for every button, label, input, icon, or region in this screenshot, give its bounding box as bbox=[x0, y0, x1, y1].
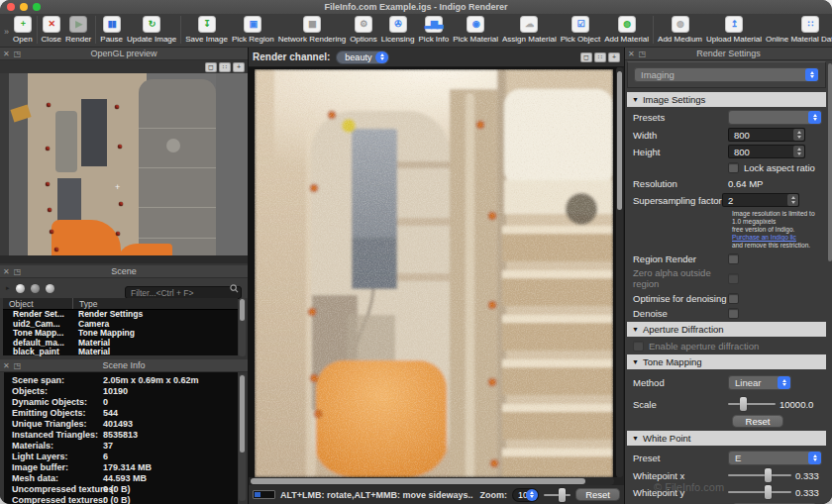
scene-scrollbar-thumb[interactable] bbox=[240, 299, 245, 321]
whitepoint-x-slider-handle[interactable] bbox=[765, 468, 772, 482]
height-spinner[interactable]: 800 bbox=[728, 145, 805, 158]
zoom-slider-handle[interactable] bbox=[559, 488, 566, 502]
supersampling-spinner[interactable]: 2 bbox=[722, 193, 799, 207]
preview-shape bbox=[9, 73, 28, 263]
close-panel-icon[interactable]: ✕ bbox=[3, 268, 10, 276]
whitepoint-x-slider[interactable] bbox=[728, 468, 791, 482]
detach-panel-icon[interactable]: ◳ bbox=[14, 50, 22, 58]
scale-slider-handle[interactable] bbox=[740, 397, 747, 411]
render-channel-bar: Render channel: beauty ◻ ∷ + bbox=[249, 48, 624, 67]
column-header-object[interactable]: Object bbox=[3, 298, 72, 309]
toolbar-button[interactable]: ↻ Update Image bbox=[125, 16, 178, 44]
detach-panel-icon[interactable]: ◳ bbox=[14, 362, 22, 370]
zoom-spinner[interactable]: 100 bbox=[512, 488, 538, 502]
render-vertical-scrollbar-thumb[interactable] bbox=[617, 71, 622, 210]
render-channel-select[interactable]: beauty bbox=[336, 50, 389, 64]
toolbar-button[interactable]: ▣ Pick Region bbox=[230, 16, 276, 44]
width-spinner[interactable]: 800 bbox=[728, 128, 805, 142]
preview-zoom-in-button[interactable]: + bbox=[233, 62, 245, 72]
toolbar-overflow-icon[interactable]: » bbox=[4, 27, 11, 37]
detach-panel-icon[interactable]: ◳ bbox=[14, 268, 22, 276]
column-header-type[interactable]: Type bbox=[72, 298, 238, 309]
scale-slider[interactable] bbox=[728, 397, 776, 411]
toolbar-button[interactable]: ∷ Online Material Database bbox=[764, 16, 832, 44]
settings-scrollbar[interactable] bbox=[828, 63, 832, 261]
section-aperture-diffraction[interactable]: ▼ Aperture Diffraction bbox=[627, 322, 826, 337]
render-fit-button[interactable]: ∷ bbox=[594, 52, 606, 62]
toolbar-button[interactable]: ◉ Pick Material bbox=[451, 16, 500, 44]
lock-aspect-ratio-checkbox[interactable] bbox=[728, 162, 739, 173]
scene-info-row: Objects: 10190 bbox=[4, 386, 238, 397]
whitepoint-y-slider[interactable] bbox=[728, 485, 791, 499]
purchase-license-link[interactable]: Purchase an Indigo lic bbox=[732, 234, 796, 241]
section-white-point[interactable]: ▼ White Point bbox=[627, 431, 826, 446]
region-render-checkbox[interactable] bbox=[728, 253, 739, 264]
toolbar-button[interactable]: ☁ Assign Material bbox=[500, 16, 559, 44]
render-horizontal-scrollbar[interactable] bbox=[251, 477, 614, 485]
height-value: 800 bbox=[734, 147, 750, 157]
scene-table-row[interactable]: uid2_Cam... Camera bbox=[3, 320, 238, 330]
whitepoint-y-slider-handle[interactable] bbox=[765, 485, 772, 499]
scene-info-row: Uncompressed textures: 0 (0 B) bbox=[4, 484, 238, 495]
toolbar-icon: ⚙ bbox=[360, 20, 366, 29]
presets-select[interactable] bbox=[728, 110, 822, 125]
render-zoom-in-button[interactable]: + bbox=[608, 52, 620, 62]
render-image[interactable] bbox=[255, 69, 613, 477]
render-vertical-scrollbar[interactable] bbox=[616, 67, 623, 477]
whitepoint-preset-select[interactable]: E bbox=[728, 451, 822, 465]
section-image-settings[interactable]: ▼ Image Settings bbox=[627, 92, 826, 107]
render-canvas[interactable] bbox=[249, 67, 617, 477]
toolbar-button[interactable]: ◍ Add Medium bbox=[653, 16, 704, 44]
scene-scrollbar[interactable] bbox=[239, 298, 246, 356]
toolbar-button[interactable]: + Open bbox=[11, 16, 35, 44]
preview-crop-button[interactable]: ◻ bbox=[205, 62, 217, 72]
section-tone-mapping[interactable]: ▼ Tone Mapping bbox=[627, 354, 826, 369]
toolbar-button[interactable]: ☑ Pick Object bbox=[559, 16, 602, 44]
scene-info-label: Mesh data: bbox=[4, 473, 103, 484]
toolbar-button[interactable]: ↥ Upload Material bbox=[704, 16, 764, 44]
close-panel-icon[interactable]: ✕ bbox=[3, 362, 10, 370]
scene-table-row[interactable]: Render Set... Render Settings bbox=[3, 310, 238, 320]
detach-panel-icon[interactable]: ◳ bbox=[639, 50, 647, 58]
scene-info-value: 0 (0 B) bbox=[103, 495, 238, 504]
scene-toggle-icon[interactable] bbox=[31, 284, 40, 293]
scene-info-scrollbar-thumb[interactable] bbox=[240, 375, 245, 453]
scene-info-scrollbar[interactable] bbox=[239, 374, 246, 501]
scene-table-row[interactable]: default_ma... Material bbox=[3, 339, 238, 349]
toolbar-button[interactable]: ▂▆▃ Pick Info bbox=[417, 16, 452, 44]
zoom-reset-button[interactable]: Reset bbox=[575, 488, 620, 501]
scene-table-row[interactable]: black_paint Material bbox=[3, 348, 238, 357]
tone-mapping-reset-button[interactable]: Reset bbox=[732, 415, 783, 428]
toolbar-button[interactable]: ✕ Close bbox=[37, 16, 63, 44]
close-panel-icon[interactable]: ✕ bbox=[3, 50, 10, 58]
close-panel-icon[interactable]: ✕ bbox=[628, 50, 635, 58]
toolbar-button[interactable]: ⚙ Options bbox=[348, 16, 379, 44]
toolbar-button[interactable]: ✇ Licensing bbox=[379, 16, 417, 44]
scene-toggle-icon[interactable] bbox=[16, 284, 25, 293]
section-title: Image Settings bbox=[643, 94, 705, 105]
scene-info-label: Scene span: bbox=[4, 375, 103, 386]
zoom-slider[interactable] bbox=[544, 488, 572, 502]
scene-info-row: Unique Triangles: 401493 bbox=[4, 419, 238, 430]
toolbar-button[interactable]: ▮▮ Pause bbox=[95, 16, 125, 44]
expand-arrow-icon[interactable]: ▸ bbox=[6, 284, 10, 292]
toolbar-button[interactable]: ▦ Network Rendering bbox=[276, 16, 348, 44]
render-crop-button[interactable]: ◻ bbox=[580, 52, 592, 62]
preview-fit-button[interactable]: ∷ bbox=[219, 62, 231, 72]
scene-toggle-icon[interactable] bbox=[46, 284, 54, 293]
denoise-checkbox[interactable] bbox=[728, 308, 739, 319]
toolbar-button[interactable]: ◍ Add Material bbox=[602, 16, 651, 44]
toolbar-button-label: Upload Material bbox=[706, 35, 762, 44]
render-horizontal-scrollbar-thumb[interactable] bbox=[251, 478, 585, 484]
settings-category-select[interactable]: Imaging bbox=[634, 67, 819, 82]
optimise-denoising-checkbox[interactable] bbox=[728, 293, 739, 304]
scene-info-label: Compressed textures: bbox=[4, 495, 103, 504]
slider-track bbox=[728, 474, 791, 476]
toolbar-icon: ▂▆▃ bbox=[425, 20, 443, 29]
toolbar-icon-tile: ✇ bbox=[389, 16, 407, 33]
toolbar-button[interactable]: ↧ Save Image bbox=[180, 16, 230, 44]
method-select[interactable]: Linear bbox=[728, 375, 791, 390]
opengl-viewport[interactable]: + bbox=[0, 73, 248, 263]
scene-table-row[interactable]: Tone Mapp... Tone Mapping bbox=[3, 329, 238, 339]
toolbar-button[interactable]: ▶ Render bbox=[63, 16, 93, 44]
